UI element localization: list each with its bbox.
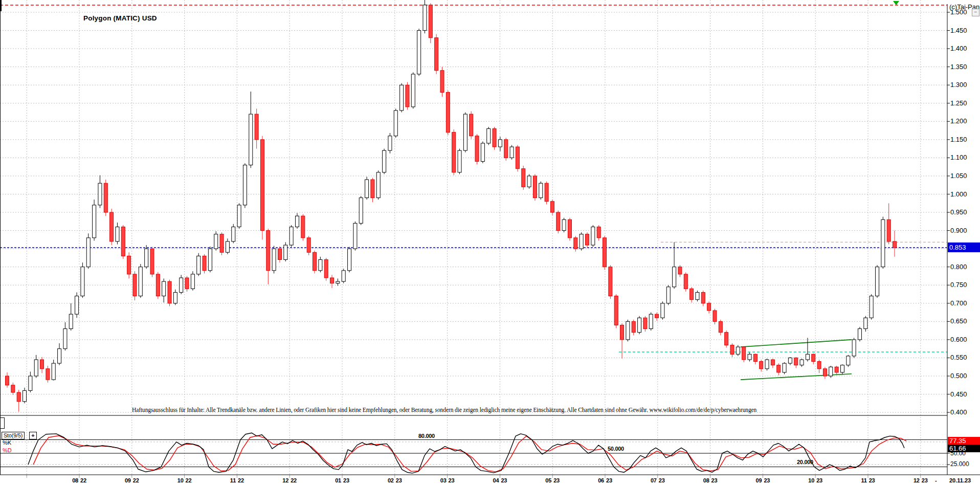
candle-down: [121, 227, 125, 256]
candle-up: [69, 314, 73, 328]
candle-down: [127, 256, 131, 274]
price-axis-label: 1.100: [950, 154, 979, 161]
candle-down: [46, 369, 50, 380]
candle-up: [139, 267, 142, 296]
last-date-label: 20.11.23: [949, 477, 971, 484]
candle-up: [162, 281, 166, 296]
candle-up: [423, 5, 427, 31]
candle-down: [753, 354, 757, 361]
month-label: 1022: [162, 477, 208, 484]
sto-level-label: 80.000: [418, 433, 435, 439]
month-label: 1122: [214, 477, 260, 484]
candle-up: [29, 376, 32, 390]
candle-down: [435, 38, 438, 71]
candle-down: [260, 140, 264, 231]
month-label: 0223: [372, 477, 418, 484]
candle-down: [725, 333, 728, 345]
candle-up: [788, 358, 792, 363]
candle-up: [411, 74, 415, 107]
candle-up: [93, 205, 96, 238]
price-axis-label: 1.500: [950, 9, 979, 16]
month-label: 0423: [477, 477, 523, 484]
candle-down: [678, 267, 682, 274]
candle-down: [11, 385, 15, 392]
candle-up: [232, 227, 235, 241]
candle-up: [388, 136, 392, 150]
candle-up: [400, 85, 404, 111]
candle-up: [237, 205, 241, 227]
candle-down: [713, 311, 717, 321]
candle-up: [765, 360, 769, 369]
candle-down: [597, 227, 600, 237]
month-label: 0822: [56, 477, 102, 484]
candle-down: [632, 321, 635, 332]
current-price-badge: 0.853: [948, 242, 980, 252]
candle-down: [586, 234, 589, 245]
candle-up: [498, 140, 502, 147]
candle-down: [203, 256, 206, 270]
candle-down: [760, 362, 763, 369]
candle-down: [324, 259, 328, 278]
stochastic-k-label: %K: [3, 439, 11, 446]
candle-up: [847, 356, 850, 365]
price-axis-label: 0.800: [950, 263, 979, 271]
candle-down: [742, 347, 746, 360]
candle-up: [463, 114, 467, 150]
price-axis-label: 1.450: [950, 27, 979, 34]
candle-down: [603, 238, 607, 267]
candle-up: [870, 296, 873, 318]
candle-up: [226, 241, 229, 252]
panel-splitter-handle[interactable]: [0, 417, 5, 429]
price-axis-label: 1.250: [950, 100, 979, 107]
candle-up: [626, 321, 630, 340]
candle-down: [777, 365, 781, 372]
candle-down: [690, 289, 694, 299]
month-label: 0123: [319, 477, 365, 484]
candle-down: [168, 281, 171, 303]
indicator-name-box[interactable]: Sto(9/5): [2, 432, 25, 439]
candle-down: [278, 249, 281, 259]
candle-down: [475, 136, 479, 162]
month-label: 0323: [425, 477, 471, 484]
candle-down: [707, 303, 711, 311]
candle-down: [684, 274, 687, 289]
candle-up: [34, 360, 38, 376]
candle-down: [545, 183, 548, 202]
candle-up: [666, 287, 670, 303]
candle-down: [110, 212, 114, 241]
candle-down: [522, 169, 525, 187]
candle-down: [614, 296, 618, 325]
candle-up: [829, 367, 833, 376]
price-axis-label: 0.400: [950, 409, 979, 416]
stochastic-d-value-badge: 77.35: [948, 437, 980, 445]
candle-up: [376, 172, 380, 198]
candle-up: [481, 143, 484, 162]
candle-down: [313, 252, 317, 271]
candle-down: [40, 360, 44, 369]
candle-up: [214, 234, 218, 249]
candle-up: [63, 329, 67, 349]
add-indicator-button[interactable]: +: [29, 432, 37, 439]
candle-up: [840, 365, 844, 372]
latest-candle-marker-icon: [893, 1, 899, 5]
candle-down: [504, 140, 508, 158]
candle-up: [173, 292, 177, 303]
candle-up: [591, 227, 595, 245]
stochastic-d-line: [33, 436, 906, 472]
candle-down: [307, 238, 310, 252]
candle-up: [353, 223, 357, 249]
candle-up: [394, 111, 397, 136]
candle-up: [284, 245, 287, 259]
price-axis-label: 1.150: [950, 136, 979, 143]
month-label: 0922: [109, 477, 155, 484]
candle-up: [696, 292, 699, 299]
candle-down: [817, 362, 821, 369]
price-axis-label: 0.450: [950, 391, 979, 398]
candle-up: [800, 360, 804, 365]
candle-down: [446, 92, 450, 132]
trend-channel-lower: [741, 374, 852, 380]
month-label: 0823: [687, 477, 733, 484]
candle-up: [383, 150, 386, 172]
price-axis-label: 1.000: [950, 191, 979, 198]
candle-down: [556, 212, 560, 231]
